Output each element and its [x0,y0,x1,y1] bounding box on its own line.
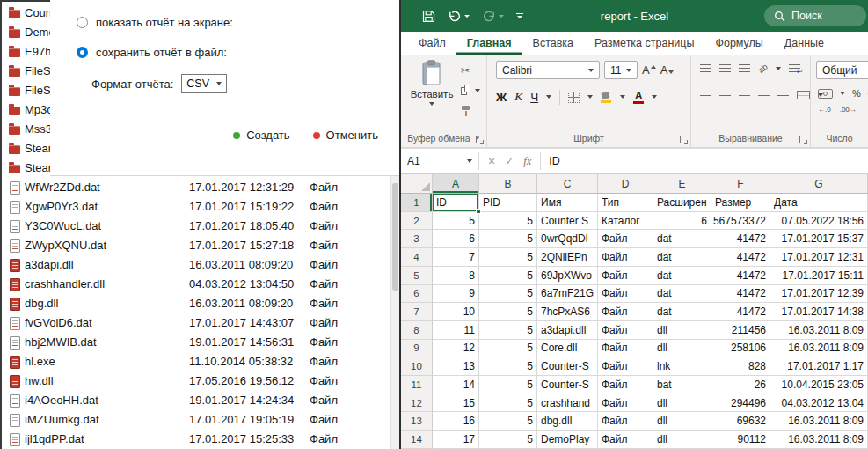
borders-button[interactable] [568,92,580,103]
cell-A9[interactable]: 12 [433,340,479,358]
column-header-A[interactable]: A [433,174,479,194]
merge-center-button[interactable] [797,91,810,99]
file-row[interactable]: crashhandler.dll04.03.2012 13:04:50Файл [2,275,401,294]
alignment-dialog-launcher[interactable] [799,136,806,143]
row-header-14[interactable]: 14 [401,431,433,449]
cell-B3[interactable]: 5 [479,230,537,248]
increase-font-size-button[interactable]: А [642,63,656,77]
decrease-font-size-button[interactable]: А [660,63,675,77]
cell-C4[interactable]: 2QNliEPn [537,248,598,267]
file-row[interactable]: dbg.dll16.03.2011 08:09:20Файл [2,294,401,313]
cell-G8[interactable]: 16.03.2011 8:09 [770,321,868,340]
number-format-select[interactable]: Общий [816,61,868,79]
save-button[interactable] [422,10,435,23]
font-size-select[interactable]: 11 [604,61,638,79]
cell-D9[interactable]: Файл [598,340,653,358]
cell-G5[interactable]: 17.01.2017 15:11 [770,267,868,285]
cell-A4[interactable]: 7 [433,248,479,267]
cell-D2[interactable]: Каталог [598,212,653,231]
font-dialog-launcher[interactable] [680,136,687,143]
italic-button[interactable]: К [514,90,522,104]
align-middle-button[interactable] [719,64,731,72]
cut-button[interactable]: ✂ [461,64,480,76]
cell-A11[interactable]: 14 [433,376,479,394]
row-header-6[interactable]: 6 [401,285,433,304]
cell-D12[interactable]: Файл [598,394,653,413]
cell-F9[interactable]: 258106 [711,340,770,358]
cancel-button[interactable]: Отменить [313,129,378,142]
paste-button[interactable]: Вставить [408,60,456,106]
redo-button[interactable] [482,11,504,22]
cell-F4[interactable]: 41472 [711,248,770,267]
cell-B10[interactable]: 5 [479,357,537,376]
row-header-11[interactable]: 11 [401,376,433,394]
cell-C12[interactable]: crashhand [537,394,598,413]
cell-B13[interactable]: 5 [479,412,537,431]
row-header-4[interactable]: 4 [401,248,433,267]
row-header-9[interactable]: 9 [401,340,433,358]
cell-E6[interactable]: dat [653,285,711,304]
cell-A12[interactable]: 15 [433,394,479,413]
cell-D1[interactable]: Тип [598,194,653,212]
row-header-8[interactable]: 8 [401,321,433,340]
cell-E1[interactable]: Расширен [653,194,711,212]
cell-A2[interactable]: 5 [433,212,479,231]
undo-button[interactable] [448,11,470,22]
cell-C7[interactable]: 7hcPxAS6 [537,303,598,321]
font-name-select[interactable]: Calibri [496,61,600,79]
cell-F11[interactable]: 26 [711,376,770,394]
clipboard-dialog-launcher[interactable] [476,136,483,143]
radio-checked-icon[interactable] [77,47,88,58]
cell-E13[interactable]: dll [653,412,711,431]
cell-E14[interactable]: dll [653,431,711,449]
cell-D13[interactable]: Файл [598,412,653,431]
tab-formulas[interactable]: Формулы [704,32,773,55]
confirm-entry-button[interactable]: ✓ [505,156,514,166]
percent-style-button[interactable]: % [852,88,861,99]
align-top-button[interactable] [700,64,711,72]
option-show-on-screen[interactable]: показать отчёт на экране: [77,16,233,29]
cell-B14[interactable]: 5 [479,431,537,449]
cell-E8[interactable]: dll [653,321,711,340]
bold-button[interactable]: Ж [496,91,507,104]
cell-C9[interactable]: Core.dll [537,340,598,358]
formula-input[interactable]: ID [541,149,868,173]
cell-B4[interactable]: 5 [479,248,537,267]
column-header-E[interactable]: E [653,174,711,194]
format-painter-button[interactable] [461,105,480,116]
cell-F8[interactable]: 211456 [711,321,770,340]
search-box[interactable]: Поиск [764,5,866,26]
cell-E5[interactable]: dat [653,267,711,285]
cancel-entry-button[interactable]: × [488,155,495,167]
fill-color-button[interactable] [601,92,612,103]
file-row[interactable]: fvGVoiD6.dat17.01.2017 14:43:07Файл [2,313,401,333]
cell-A10[interactable]: 13 [433,357,479,376]
file-row[interactable]: i4AOeoHH.dat19.01.2017 14:24:34Файл [2,391,401,410]
cell-F2[interactable]: 567573372 [711,212,770,231]
cell-A14[interactable]: 17 [433,431,479,449]
row-header-2[interactable]: 2 [401,212,433,231]
cell-F13[interactable]: 69632 [711,412,770,431]
cell-E11[interactable]: bat [653,376,711,394]
cell-E12[interactable]: dll [653,394,711,413]
option-save-to-file[interactable]: сохранить отчёт в файл: [77,46,227,59]
cell-C11[interactable]: Counter-S [537,376,598,394]
tab-page-layout[interactable]: Разметка страницы [584,32,704,55]
file-row[interactable]: hl.exe11.10.2014 05:38:32Файл [2,352,401,372]
cell-F1[interactable]: Размер [711,194,770,212]
cell-F7[interactable]: 41472 [711,303,770,321]
cell-E2[interactable]: 6 [653,212,711,231]
cell-C13[interactable]: dbg.dll [537,412,598,431]
file-row[interactable]: a3dapi.dll16.03.2011 08:09:20Файл [2,255,401,275]
cell-B5[interactable]: 5 [479,267,537,285]
customize-qat-button[interactable] [516,13,523,18]
column-header-G[interactable]: G [770,174,868,194]
scrollbar-thumb[interactable] [392,183,398,291]
font-color-button[interactable]: А [633,91,644,104]
tab-file[interactable]: Файл [408,32,456,55]
cell-G12[interactable]: 04.03.2012 13:04 [770,394,868,413]
cell-D10[interactable]: Файл [598,357,653,376]
column-header-D[interactable]: D [598,174,653,194]
name-box[interactable]: A1 [401,149,478,173]
insert-function-button[interactable]: fx [523,155,531,168]
